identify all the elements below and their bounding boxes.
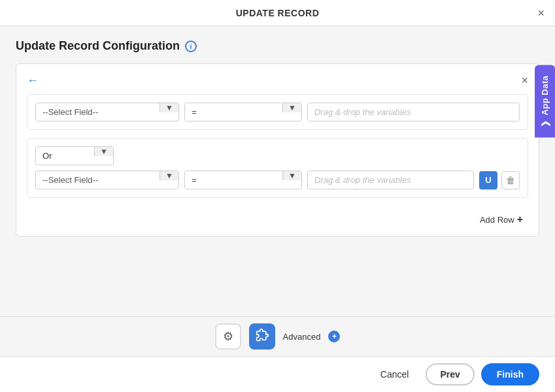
add-row-label: Add Row — [480, 215, 514, 225]
action-icons: U 🗑 — [479, 171, 520, 189]
operator-select-1[interactable]: = ▼ — [184, 103, 302, 122]
app-data-tab[interactable]: ❯ App Data — [535, 65, 555, 138]
app-data-chevron: ❯ — [540, 120, 550, 127]
logic-arrow[interactable]: ▼ — [94, 147, 113, 156]
trash-icon: 🗑 — [506, 175, 515, 186]
gear-button[interactable]: ⚙ — [215, 323, 241, 350]
puzzle-button[interactable] — [249, 323, 275, 350]
page-heading: Update Record Configuration i — [16, 39, 539, 53]
prev-button[interactable]: Prev — [426, 363, 474, 385]
title-bar: UPDATE RECORD × — [0, 0, 555, 26]
operator-2-arrow[interactable]: ▼ — [282, 171, 301, 180]
drag-drop-field-1[interactable]: Drag & drop the variables — [307, 103, 520, 122]
modal-title: UPDATE RECORD — [236, 8, 320, 18]
app-data-label: App Data — [540, 76, 550, 116]
delete-row-button[interactable]: 🗑 — [501, 171, 520, 189]
select-field-2-text: --Select Field-- — [36, 171, 160, 189]
add-row-button[interactable]: Add Row + — [480, 214, 526, 225]
select-field-1-arrow[interactable]: ▼ — [160, 103, 178, 112]
condition-row-1: --Select Field-- ▼ = ▼ Drag & drop the v… — [35, 103, 520, 122]
cancel-button[interactable]: Cancel — [370, 364, 420, 385]
operator-1-text: = — [185, 103, 282, 121]
select-field-1-text: --Select Field-- — [36, 103, 160, 121]
info-icon[interactable]: i — [185, 41, 197, 52]
select-field-2[interactable]: --Select Field-- ▼ — [35, 171, 179, 189]
bottom-toolbar: ⚙ Advanced + — [0, 316, 555, 356]
page-title: Update Record Configuration — [16, 39, 180, 53]
condition-row-2: --Select Field-- ▼ = ▼ Drag & drop the v… — [35, 171, 520, 189]
main-content: ❯ App Data Update Record Configuration i… — [0, 26, 555, 316]
row-group-2: Or ▼ --Select Field-- ▼ = ▼ — [27, 138, 528, 198]
operator-2-text: = — [185, 171, 282, 189]
footer-bar: Cancel Prev Finish — [0, 356, 555, 392]
user-icon: U — [485, 175, 491, 185]
card-close-button[interactable]: × — [521, 74, 528, 86]
finish-button[interactable]: Finish — [481, 363, 539, 385]
advanced-add-button[interactable]: + — [328, 331, 340, 342]
row-group-1: --Select Field-- ▼ = ▼ Drag & drop the v… — [27, 94, 528, 130]
logic-text: Or — [36, 147, 94, 165]
user-icon-button[interactable]: U — [479, 171, 497, 189]
logic-select[interactable]: Or ▼ — [35, 146, 114, 165]
operator-1-arrow[interactable]: ▼ — [282, 103, 301, 112]
logic-row: Or ▼ — [35, 146, 520, 165]
select-field-1[interactable]: --Select Field-- ▼ — [35, 103, 179, 122]
gear-icon: ⚙ — [223, 329, 233, 344]
drag-drop-field-2[interactable]: Drag & drop the variables — [307, 171, 474, 189]
select-field-2-arrow[interactable]: ▼ — [160, 171, 178, 180]
advanced-label: Advanced — [283, 332, 321, 342]
modal-close-button[interactable]: × — [537, 7, 545, 19]
puzzle-icon — [256, 329, 269, 345]
nav-row: ← × — [27, 74, 528, 86]
modal-wrapper: UPDATE RECORD × ❯ App Data Update Record… — [0, 0, 555, 392]
back-button[interactable]: ← — [27, 74, 39, 86]
filter-card: ← × --Select Field-- ▼ = ▼ — [16, 63, 539, 237]
operator-select-2[interactable]: = ▼ — [184, 171, 302, 189]
add-row-icon: + — [517, 214, 523, 225]
